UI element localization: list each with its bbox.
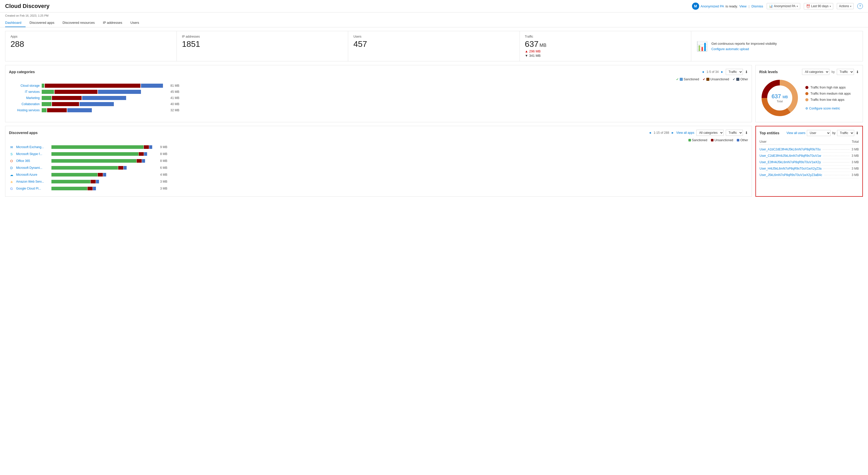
view-link[interactable]: View [739, 4, 746, 8]
actions-dropdown[interactable]: Actions ▾ [837, 3, 854, 9]
chevron-down-icon: ▾ [850, 5, 851, 8]
risk-levels-controls: All categories by Traffic ⬇ [802, 69, 859, 75]
entity-name[interactable]: User_A1bC2dE3fH4iJ5kL6mN7oP8qR9sT0u [760, 148, 821, 151]
bar-value: 45 MB [166, 90, 179, 94]
promo-graphic: 📊 [696, 41, 708, 52]
app-icon: S [9, 151, 14, 157]
tab-discovered-apps[interactable]: Discovered apps [26, 19, 59, 27]
app-name[interactable]: Microsoft Exchang... [16, 145, 50, 149]
dismiss-link[interactable]: Dismiss [752, 4, 763, 8]
download-icon[interactable]: ⬇ [745, 131, 748, 135]
apps-categories-dropdown[interactable]: All categories [696, 130, 724, 136]
tab-users[interactable]: Users [126, 19, 143, 27]
other-bar [98, 90, 141, 94]
tab-discovered-resources[interactable]: Discovered resources [58, 19, 99, 27]
download-icon[interactable]: ⬇ [856, 131, 859, 135]
app-value: 6 MB [156, 166, 167, 169]
prev-arrow-icon[interactable]: ◄ [702, 70, 705, 74]
pagination-text: 1-5 of 34 [707, 70, 719, 74]
created-text: Created on Feb 16, 2023, 1:25 PM [5, 14, 863, 17]
download-icon[interactable]: ⬇ [745, 70, 748, 74]
bar-value: 40 MB [166, 102, 179, 106]
entity-name[interactable]: User_C2dE3fH4iJ5kL6mN7oP8qR9sT0uV1w [760, 154, 821, 158]
category-label[interactable]: Hosting services [9, 108, 40, 112]
app-name[interactable]: Google Cloud Pl... [16, 187, 50, 190]
prev-arrow-icon[interactable]: ◄ [649, 131, 652, 134]
app-bar-container [52, 145, 154, 149]
apps-traffic-dropdown[interactable]: Traffic [726, 130, 743, 136]
entity-dots [823, 162, 849, 162]
app-icon: ☁ [9, 172, 14, 177]
entity-dots [824, 168, 849, 169]
app-bar-container [52, 166, 154, 169]
risk-levels-card: Risk levels All categories by Traffic ⬇ [755, 65, 863, 122]
top-entities-card: Top entities View all users User IP Addr… [755, 126, 863, 197]
donut-area: 637 MB Total Traffic from high risk apps… [759, 77, 859, 119]
bar-value: 41 MB [166, 96, 179, 100]
sanctioned-color [680, 78, 683, 81]
tab-dashboard[interactable]: Dashboard [5, 19, 26, 27]
sanctioned-bar [52, 187, 87, 190]
app-categories-controls: ◄ 1-5 of 34 ► Traffic Users ⬇ [702, 69, 748, 75]
entity-name[interactable]: User_J5kL6mN7oP8qR9sT0uV1wX2yZ3aB4c [760, 173, 822, 177]
time-range-label: Last 90 days [811, 4, 829, 8]
configure-upload-link[interactable]: Configure automatic upload [711, 47, 749, 51]
unsanctioned-dot [711, 139, 713, 141]
view-all-users-link[interactable]: View all users [787, 131, 806, 135]
sanctioned-dot [688, 139, 691, 141]
category-label[interactable]: IT services [9, 90, 40, 94]
users-stat: Users 457 [348, 31, 520, 61]
app-name[interactable]: Microsoft Skype f... [16, 152, 50, 156]
sanctioned-bar [52, 145, 144, 149]
app-name[interactable]: Microsoft Dynami... [16, 166, 50, 169]
risk-categories-dropdown[interactable]: All categories [802, 69, 829, 75]
unsanctioned-color [706, 78, 709, 81]
unsanctioned-bar [118, 166, 123, 169]
app-categories-chart: Cloud storage 81 MB IT services 45 MB Ma… [9, 84, 748, 112]
entity-dots [823, 149, 849, 150]
entity-name[interactable]: User_H4iJ5kL6mN7oP8qR9sT0uV1wX2yZ3a [760, 167, 822, 170]
next-arrow-icon[interactable]: ► [721, 70, 724, 74]
app-name[interactable]: Microsoft Azure [16, 173, 50, 177]
risk-traffic-dropdown[interactable]: Traffic [837, 69, 854, 75]
other-color [736, 78, 739, 81]
top-entities-controls: View all users User IP Address by Traffi… [787, 130, 859, 136]
app-bar-container [52, 152, 154, 156]
tab-ip-addresses[interactable]: IP addresses [99, 19, 126, 27]
high-risk-label: Traffic from high risk apps [810, 86, 845, 89]
help-button[interactable]: ? [857, 3, 863, 9]
entity-value: 3 MB [851, 167, 859, 170]
app-categories-metric-dropdown[interactable]: Traffic Users [726, 69, 743, 75]
risk-legend: Traffic from high risk apps Traffic from… [805, 86, 859, 110]
report-icon: M [692, 3, 699, 10]
view-all-apps-link[interactable]: View all apps [676, 131, 694, 134]
time-range-dropdown[interactable]: ⏰ Last 90 days ▾ [804, 3, 833, 9]
next-arrow-icon[interactable]: ► [671, 131, 674, 134]
low-risk-item: Traffic from low risk apps [805, 98, 859, 101]
col-total-label: Total [852, 140, 859, 144]
ip-value: 1851 [182, 39, 343, 49]
bar-container [42, 90, 164, 94]
entity-value: 3 MB [851, 148, 859, 151]
app-categories-title: App categories [9, 70, 35, 74]
category-label[interactable]: Cloud storage [9, 84, 40, 88]
report-dropdown[interactable]: 📊 Anonymized PA ▾ [767, 3, 800, 9]
category-label[interactable]: Marketing [9, 96, 40, 100]
entities-traffic-dropdown[interactable]: Traffic [837, 130, 854, 136]
configure-score-link[interactable]: ⚙ Configure score metric [805, 107, 859, 110]
category-label[interactable]: Collaboration [9, 102, 40, 106]
entities-user-dropdown[interactable]: User IP Address [807, 130, 831, 136]
app-name[interactable]: Amazon Web Serv... [16, 180, 50, 183]
entity-row: User_A1bC2dE3fH4iJ5kL6mN7oP8qR9sT0u 3 MB [760, 146, 859, 153]
app-name[interactable]: Office 365 [16, 159, 50, 163]
apps-stat: Apps 288 [5, 31, 177, 61]
other-bar [96, 180, 99, 183]
users-label: Users [353, 35, 514, 38]
sanctioned-bar [42, 102, 52, 106]
check-icon: ✔ [676, 77, 679, 81]
download-icon[interactable]: ⬇ [856, 70, 859, 74]
app-value: 8 MB [156, 159, 167, 163]
discovered-app-row: O Office 365 8 MB [9, 158, 748, 163]
entity-name[interactable]: User_E3fH4iJ5kL6mN7oP8qR9sT0uV1wX2y [760, 160, 821, 164]
discovered-apps-chart: ✉ Microsoft Exchang... 9 MB S Microsoft … [9, 145, 748, 191]
